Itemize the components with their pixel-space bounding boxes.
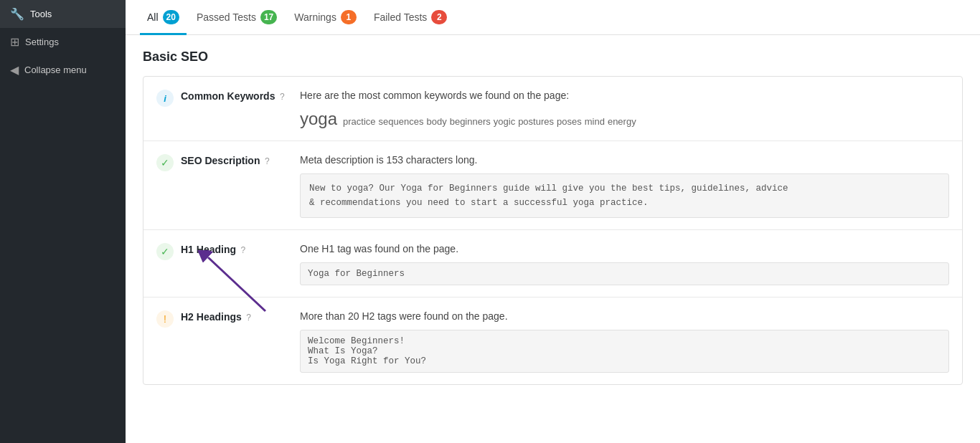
check-label-keywords: Common Keywords ? [181,90,285,103]
tab-passed-badge: 17 [260,10,277,24]
check-row-h1: ✓ H1 Heading ? One H1 tag was found on t… [143,230,962,297]
tab-failed-badge: 2 [431,10,447,24]
sidebar: 🔧 Tools ⊞ Settings ◀ Collapse menu [0,0,126,443]
check-label-col-h2: ! H2 Headings ? [156,309,300,328]
help-icon-keywords[interactable]: ? [280,92,285,102]
section-title: Basic SEO [143,49,963,65]
h2-line-2: What Is Yoga? [308,346,941,356]
tab-passed-label: Passed Tests [197,11,256,23]
keyword-yogic: yogic [494,116,515,127]
info-icon-keywords: i [156,90,174,107]
check-label-seo: SEO Description ? [181,154,270,167]
tab-warnings-label: Warnings [294,11,336,23]
tools-icon: 🔧 [10,7,24,21]
h1-text-value: Yoga for Beginners [308,269,405,279]
keyword-practice: practice [343,116,376,127]
check-content-keywords: Here are the most common keywords we fou… [300,88,949,129]
tabs-bar: All 20 Passed Tests 17 Warnings 1 Failed… [126,0,980,35]
keyword-energy: energy [608,116,636,127]
help-icon-h2[interactable]: ? [246,313,251,323]
check-content-h2: More than 20 H2 tags were found on the p… [300,309,949,373]
h2-line-1: Welcome Beginners! [308,336,941,346]
check-label-col-keywords: i Common Keywords ? [156,88,300,107]
keyword-yoga: yoga [300,109,337,129]
tab-warnings-badge: 1 [341,10,357,24]
tab-warnings[interactable]: Warnings 1 [287,0,364,35]
sidebar-item-tools-label: Tools [30,9,52,19]
keyword-body: body [426,116,446,127]
collapse-icon: ◀ [10,63,19,77]
tab-failed[interactable]: Failed Tests 2 [367,0,454,35]
h1-scrollable-box[interactable]: Yoga for Beginners [300,262,949,285]
pass-icon-seo: ✓ [156,154,174,171]
check-label-col-seo: ✓ SEO Description ? [156,153,300,171]
tab-all-label: All [147,11,159,23]
check-content-seo: Meta description is 153 characters long.… [300,153,949,218]
h1-desc-text: One H1 tag was found on the page. [300,242,949,257]
pass-icon-h1: ✓ [156,243,174,260]
sidebar-item-collapse-label: Collapse menu [24,65,87,75]
help-icon-seo[interactable]: ? [265,156,270,166]
keyword-sequences: sequences [379,116,424,127]
tab-failed-label: Failed Tests [374,11,427,23]
keywords-desc: Here are the most common keywords we fou… [300,88,949,103]
keyword-poses: poses [557,116,582,127]
help-icon-h1[interactable]: ? [240,245,245,255]
tab-all-badge: 20 [163,10,179,24]
tab-passed[interactable]: Passed Tests 17 [189,0,284,35]
sidebar-item-settings-label: Settings [25,37,59,47]
warn-icon-h2: ! [156,310,174,328]
check-content-h1: One H1 tag was found on the page. Yoga f… [300,242,949,285]
sidebar-item-settings[interactable]: ⊞ Settings [0,28,126,56]
tab-all[interactable]: All 20 [140,0,187,35]
check-label-h2: H2 Headings ? [181,310,251,323]
keyword-postures: postures [518,116,554,127]
check-table: i Common Keywords ? Here are the most co… [143,76,963,385]
check-row-seo-description: ✓ SEO Description ? Meta description is … [143,141,962,230]
check-label-col-h1: ✓ H1 Heading ? [156,242,300,260]
h2-scrollable-box[interactable]: Welcome Beginners! What Is Yoga? Is Yoga… [300,330,949,373]
keyword-beginners: beginners [450,116,491,127]
h2-desc-text: More than 20 H2 tags were found on the p… [300,309,949,324]
check-row-h2: ! H2 Headings ? More than 20 H2 tags wer… [143,297,962,384]
seo-code-block: New to yoga? Our Yoga for Beginners guid… [300,173,949,218]
sidebar-item-collapse[interactable]: ◀ Collapse menu [0,56,126,84]
check-row-common-keywords: i Common Keywords ? Here are the most co… [143,77,962,141]
sidebar-item-tools[interactable]: 🔧 Tools [0,0,126,28]
content-area: Basic SEO i Common Keywords ? Here are t… [126,35,980,399]
keywords-line: yoga practice sequences body beginners y… [300,109,949,129]
keyword-mind: mind [585,116,605,127]
check-label-h1: H1 Heading ? [181,243,245,256]
main-panel: All 20 Passed Tests 17 Warnings 1 Failed… [126,0,980,443]
seo-desc-text: Meta description is 153 characters long. [300,153,949,168]
h2-line-3: Is Yoga Right for You? [308,356,941,366]
settings-icon: ⊞ [10,35,19,49]
